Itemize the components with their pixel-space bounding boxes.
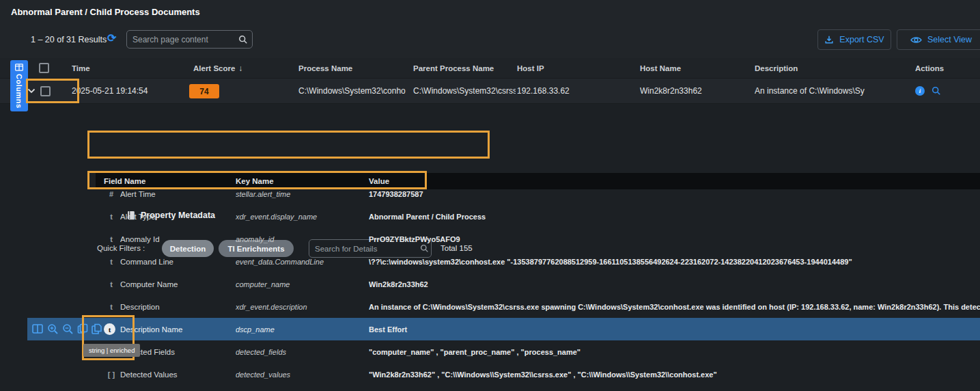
sort-desc-icon[interactable]: ↓ [238,64,242,73]
table-row[interactable]: 2025-05-21 19:14:54 74 C:\Windows\System… [0,79,980,104]
col-header-process-name[interactable]: Process Name [298,58,411,78]
string-type-icon: t [104,323,115,335]
metadata-row[interactable]: # Alert Time stellar.alert_time 17479382… [0,183,980,205]
col-header-alert-score[interactable]: Alert Score↓ [193,58,296,78]
page-search-box[interactable] [126,30,253,49]
metadata-row-selected[interactable]: t Description Name dscp_name Best Effort [0,318,980,340]
metadata-row[interactable]: t Alert Type xdr_event.display_name Abno… [0,205,980,228]
number-type-icon: # [104,183,119,205]
field-name: Alert Time [120,183,233,205]
key-name: stellar.alert_time [236,183,365,205]
search-action-icon[interactable] [932,86,941,96]
search-icon [238,35,248,44]
col-header-time[interactable]: Time [72,58,189,78]
zoom-in-icon[interactable] [47,323,59,335]
select-all-checkbox[interactable] [39,63,49,73]
field-value: "Win2k8r2n33h62" , "C:\\Windows\\System3… [369,363,980,386]
field-value: \??\c:\windows\system32\conhost.exe "-13… [369,250,980,273]
metadata-row[interactable]: [ ] Detected Values detected_values "Win… [0,363,980,386]
text-type-icon: t [104,295,119,318]
metadata-row[interactable]: [ ] Detected Fields detected_fields "com… [0,340,980,363]
row-description: An instance of C:\Windows\Sy [755,79,913,103]
table-columns-icon[interactable] [32,323,43,334]
field-name: Alert Type [120,205,233,228]
text-type-icon: t [104,228,119,250]
field-name: Description [120,295,233,318]
eye-icon [910,36,922,44]
field-value: Best Effort [369,318,980,340]
key-name: computer_name [236,273,365,295]
field-value: "computer_name" , "parent_proc_name" , "… [369,340,980,363]
export-csv-label: Export CSV [839,35,884,44]
select-view-label: Select View [927,35,972,44]
field-value: Abnormal Parent / Child Process [369,205,980,228]
key-name: detected_fields [236,340,365,363]
col-header-parent-process-name[interactable]: Parent Process Name [413,58,516,78]
key-name: detected_values [236,363,365,386]
field-value: 1747938287587 [369,183,980,205]
alert-score-badge: 74 [189,84,219,98]
results-count: 1 – 20 of 31 Results [31,35,107,44]
info-icon[interactable]: i [915,86,925,96]
zoom-out-icon[interactable] [62,323,74,335]
export-csv-button[interactable]: Export CSV [817,29,891,50]
field-name: Command Line [120,250,233,273]
key-name: xdr_event.description [236,295,365,318]
row-process-name: C:\Windows\System32\conho [298,79,411,103]
field-value: PrrO9ZYBktzPWyo5AFO9 [369,228,980,250]
alert-documents-screen: Abnormal Parent / Child Process Document… [0,0,980,391]
row-host-ip: 192.168.33.62 [517,79,637,103]
key-name: anomaly_id [236,228,365,250]
row-parent-process-name: C:\Windows\System32\csrss.e [413,79,516,103]
chevron-down-icon[interactable] [27,88,36,94]
page-search-input[interactable] [132,35,238,44]
type-tooltip: string | enriched [83,344,140,357]
col-header-host-name[interactable]: Host Name [640,58,753,78]
download-icon [824,35,834,44]
duplicate-icon[interactable] [91,323,102,335]
columns-panel-tab[interactable]: Columns [10,60,28,111]
columns-tab-label: Columns [15,74,23,109]
col-header-actions: Actions [915,58,977,78]
text-type-icon: t [104,273,119,295]
key-name: dscp_name [236,318,365,340]
field-name: Computer Name [120,273,233,295]
select-view-button[interactable]: Select View [897,29,980,50]
metadata-row[interactable]: t Computer Name computer_name Win2k8r2n3… [0,273,980,295]
metadata-rows: # Alert Time stellar.alert_time 17479382… [0,183,980,386]
row-time: 2025-05-21 19:14:54 [72,79,189,103]
refresh-icon[interactable]: ⟳ [107,33,116,44]
key-name: xdr_event.display_name [236,205,365,228]
col-header-description[interactable]: Description [755,58,913,78]
metadata-row[interactable]: t Description xdr_event.description An i… [0,295,980,318]
copy-icon[interactable] [77,323,88,334]
row-checkbox[interactable] [40,86,51,96]
metadata-row[interactable]: t Command Line event_data.CommandLine \?… [0,250,980,273]
page-title: Abnormal Parent / Child Process Document… [11,7,200,17]
field-name: Anomaly Id [120,228,233,250]
array-type-icon: [ ] [104,363,119,386]
field-value: Win2k8r2n33h62 [369,273,980,295]
results-table-header: Time Alert Score↓ Process Name Parent Pr… [0,58,980,79]
col-header-host-ip[interactable]: Host IP [517,58,637,78]
field-name: Description Name [120,318,233,340]
field-name: Detected Values [120,363,233,386]
field-value: An instance of C:\Windows\System32\csrss… [369,295,980,318]
text-type-icon: t [104,250,119,273]
metadata-row[interactable]: t Anomaly Id anomaly_id PrrO9ZYBktzPWyo5… [0,228,980,250]
row-host-name: Win2k8r2n33h62 [640,79,753,103]
text-type-icon: t [104,205,119,228]
table-columns-icon [15,64,23,71]
key-name: event_data.CommandLine [236,250,365,273]
